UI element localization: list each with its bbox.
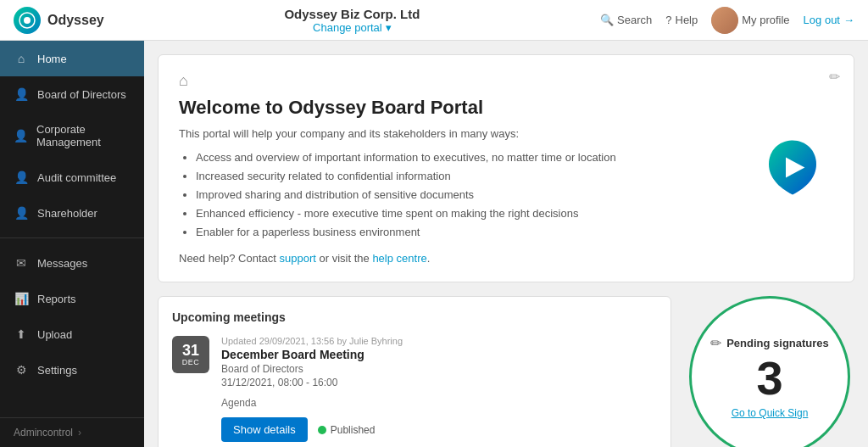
avatar-image [711,7,738,34]
published-badge: Published [318,424,376,436]
sidebar-item-messages[interactable]: ✉ Messages [0,245,144,281]
sidebar-item-audit[interactable]: 👤 Audit committee [0,159,144,195]
signatures-card: ✏ Pending signatures 3 Go to Quick Sign [689,296,850,447]
search-icon: 🔍 [600,14,614,26]
sidebar-item-home[interactable]: ⌂ Home [0,41,144,76]
sidebar-item-corporate-label: Corporate Management [36,123,131,148]
sidebar-item-shareholder[interactable]: 👤 Shareholder [0,195,144,231]
meeting-date-num: 31 [182,343,199,358]
sidebar-item-corporate[interactable]: 👤 Corporate Management [0,112,144,159]
sidebar-item-upload-label: Upload [37,328,72,341]
logout-button[interactable]: Log out → [804,14,854,26]
quick-sign-link[interactable]: Go to Quick Sign [732,407,809,419]
upload-icon: ⬆ [14,327,29,341]
welcome-title: Welcome to Odyssey Board Portal [179,97,833,119]
logout-arrow-icon: → [843,14,854,26]
meeting-date-month: DEC [182,358,200,366]
list-item: Improved sharing and distribution of sen… [196,186,833,204]
meetings-card: Upcoming meetings 31 DEC Updated 29/09/2… [158,296,671,447]
welcome-list: Access and overview of important informa… [179,148,833,242]
corporate-icon: 👤 [14,129,28,142]
sidebar-divider-1 [0,237,144,238]
odyssey-logo [759,133,826,204]
app-logo: Odyssey [14,7,104,34]
list-item: Increased security related to confidenti… [196,167,833,186]
sidebar-bottom: Admincontrol › [0,417,144,447]
company-name: Odyssey Biz Corp. Ltd [284,7,420,21]
meeting-time: 31/12/2021, 08:00 - 16:00 [221,377,657,388]
main-content: ⌂ ✏ Welcome to Odyssey Board Portal This… [144,41,868,447]
sidebar-item-board[interactable]: 👤 Board of Directors [0,76,144,112]
app-name: Odyssey [47,13,104,28]
sidebar-item-reports-label: Reports [37,293,76,305]
audit-icon: 👤 [14,170,29,184]
support-link[interactable]: support [280,252,316,265]
help-centre-link[interactable]: help centre [372,252,426,265]
meeting-updated: Updated 29/09/2021, 13:56 by Julie Byhri… [221,336,657,346]
messages-icon: ✉ [14,256,29,270]
search-button[interactable]: 🔍 Search [600,14,652,26]
change-portal-button[interactable]: Change portal ▾ [284,21,420,34]
home-icon: ⌂ [14,52,29,65]
welcome-card: ⌂ ✏ Welcome to Odyssey Board Portal This… [158,54,854,282]
sig-header: ✏ Pending signatures [710,335,829,351]
signatures-title: Pending signatures [726,337,829,349]
sidebar-item-upload[interactable]: ⬆ Upload [0,316,144,352]
welcome-subtitle: This portal will help your company and i… [179,127,833,140]
sidebar-nav: ⌂ Home 👤 Board of Directors 👤 Corporate … [0,41,144,417]
svg-point-1 [24,17,31,24]
list-item: Enhanced efficiency - more executive tim… [196,204,833,223]
home-breadcrumb-icon: ⌂ [179,72,188,90]
meeting-org: Board of Directors [221,363,657,375]
sidebar-item-settings[interactable]: ⚙ Settings [0,352,144,388]
profile-button[interactable]: My profile [711,7,789,34]
help-button[interactable]: ? Help [665,14,698,26]
meeting-date-badge: 31 DEC [172,336,209,373]
show-details-button[interactable]: Show details [221,417,308,442]
logo-icon [14,7,41,34]
sidebar-item-reports[interactable]: 📊 Reports [0,281,144,316]
edit-icon[interactable]: ✏ [829,69,840,85]
sidebar-item-audit-label: Audit committee [37,171,116,184]
main-layout: ⌂ Home 👤 Board of Directors 👤 Corporate … [0,41,868,447]
meeting-actions: Show details Published [221,417,657,442]
meeting-info: Updated 29/09/2021, 13:56 by Julie Byhri… [221,336,657,442]
agenda-label: Agenda [221,397,657,409]
footer-arrow-icon: › [78,427,81,439]
footer-label: Admincontrol [14,427,73,439]
sidebar-footer[interactable]: Admincontrol › [0,418,144,447]
signatures-count: 3 [756,355,782,402]
meeting-item: 31 DEC Updated 29/09/2021, 13:56 by Juli… [172,336,657,442]
sidebar-item-shareholder-label: Shareholder [37,207,97,220]
help-icon: ? [665,14,671,26]
meeting-name: December Board Meeting [221,348,657,361]
signature-icon: ✏ [710,335,721,351]
settings-icon: ⚙ [14,363,29,377]
list-item: Enabler for a paperless business environ… [196,223,833,242]
reports-icon: 📊 [14,292,29,305]
bottom-row: Upcoming meetings 31 DEC Updated 29/09/2… [158,296,854,447]
sidebar: ⌂ Home 👤 Board of Directors 👤 Corporate … [0,41,144,447]
sidebar-item-board-label: Board of Directors [37,88,126,101]
board-icon: 👤 [14,87,29,101]
topbar-actions: 🔍 Search ? Help My profile Log out → [600,7,854,34]
avatar [711,7,738,34]
meetings-card-title: Upcoming meetings [172,310,657,324]
sidebar-item-messages-label: Messages [37,257,87,270]
list-item: Access and overview of important informa… [196,148,833,167]
signatures-card-wrap: ✏ Pending signatures 3 Go to Quick Sign [685,296,854,447]
topbar: Odyssey Odyssey Biz Corp. Ltd Change por… [0,0,868,41]
sidebar-item-home-label: Home [37,53,67,65]
published-label: Published [331,424,376,436]
topbar-center: Odyssey Biz Corp. Ltd Change portal ▾ [284,7,420,34]
sidebar-item-settings-label: Settings [37,364,77,377]
welcome-help: Need help? Contact support or visit the … [179,252,833,265]
published-dot-icon [318,426,326,434]
shareholder-icon: 👤 [14,206,29,220]
